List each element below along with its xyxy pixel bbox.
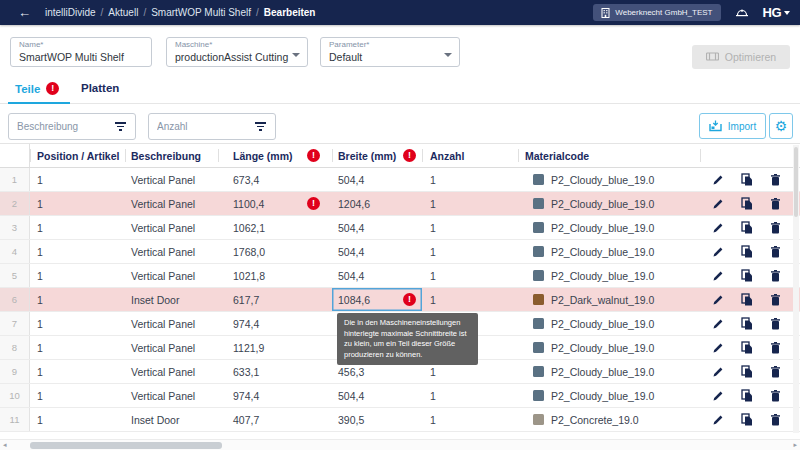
company-selector[interactable]: Weberknecht GmbH_TEST — [593, 4, 720, 21]
cell-breite[interactable]: 1204,6! — [332, 192, 422, 215]
cell-anzahl[interactable]: 1 — [422, 288, 518, 311]
table-row[interactable]: 1 1 Vertical Panel 673,4! 504,4! 1 P2_Cl… — [0, 168, 800, 192]
cell-materialcode[interactable]: P2_Cloudy_blue_19.0 — [518, 216, 700, 239]
cell-laenge[interactable]: 633,1! — [218, 360, 332, 383]
cell-materialcode[interactable]: P2_Cloudy_blue_19.0 — [518, 168, 700, 191]
name-field[interactable]: Name* — [10, 37, 152, 67]
cell-laenge[interactable]: 1062,1! — [218, 216, 332, 239]
scroll-right-arrow-icon[interactable]: ▸ — [793, 441, 797, 449]
cell-anzahl[interactable]: 1 — [422, 168, 518, 191]
cell-anzahl[interactable]: 1 — [422, 216, 518, 239]
cell-position[interactable]: 1 — [30, 384, 125, 407]
delete-icon[interactable] — [770, 342, 781, 354]
cell-materialcode[interactable]: P2_Dark_walnut_19.0 — [518, 288, 700, 311]
vertical-scrollbar[interactable] — [793, 145, 799, 433]
cell-anzahl[interactable]: 1 — [422, 192, 518, 215]
horizontal-scrollbar[interactable]: ◂ ▸ — [0, 439, 800, 450]
cell-laenge[interactable]: 1100,4! — [218, 192, 332, 215]
cell-breite[interactable]: 390,5! — [332, 408, 422, 431]
duplicate-icon[interactable] — [741, 293, 753, 306]
edit-icon[interactable] — [712, 174, 724, 186]
cell-beschreibung[interactable]: Inset Door — [125, 288, 218, 311]
beschreibung-filter[interactable] — [8, 113, 136, 140]
cell-laenge[interactable]: 617,7! — [218, 288, 332, 311]
delete-icon[interactable] — [770, 294, 781, 306]
cell-breite[interactable]: 504,4! — [332, 384, 422, 407]
cell-breite[interactable]: 504,4! — [332, 168, 422, 191]
edit-icon[interactable] — [712, 270, 724, 282]
scroll-left-arrow-icon[interactable]: ◂ — [3, 441, 7, 449]
homag-logo[interactable]: HG — [763, 5, 791, 20]
cell-laenge[interactable]: 1121,9! — [218, 336, 332, 359]
cell-laenge[interactable]: 673,4! — [218, 168, 332, 191]
edit-icon[interactable] — [712, 222, 724, 234]
cell-breite[interactable]: 504,4! — [332, 216, 422, 239]
delete-icon[interactable] — [770, 270, 781, 282]
cell-beschreibung[interactable]: Vertical Panel — [125, 360, 218, 383]
filter-icon[interactable] — [114, 120, 127, 133]
tab-teile[interactable]: Teile ! — [15, 82, 59, 95]
cell-beschreibung[interactable]: Vertical Panel — [125, 384, 218, 407]
cell-laenge[interactable]: 1768,0! — [218, 240, 332, 263]
duplicate-icon[interactable] — [741, 341, 753, 354]
cell-beschreibung[interactable]: Vertical Panel — [125, 216, 218, 239]
breite-column-warning-icon[interactable]: ! — [403, 149, 416, 162]
delete-icon[interactable] — [770, 318, 781, 330]
optimize-button[interactable]: Optimieren — [692, 45, 790, 69]
parameter-select-value[interactable] — [329, 51, 443, 63]
delete-icon[interactable] — [770, 198, 781, 210]
delete-icon[interactable] — [770, 174, 781, 186]
duplicate-icon[interactable] — [741, 245, 753, 258]
breadcrumb-aktuell[interactable]: Aktuell — [108, 7, 138, 18]
cell-breite[interactable]: 504,4! — [332, 240, 422, 263]
edit-icon[interactable] — [712, 198, 724, 210]
delete-icon[interactable] — [770, 390, 781, 402]
table-row[interactable]: 6 1 Inset Door 617,7! 1084,6! 1 P2_Dark_… — [0, 288, 800, 312]
cell-materialcode[interactable]: P2_Cloudy_blue_19.0 — [518, 192, 700, 215]
cell-materialcode[interactable]: P2_Cloudy_blue_19.0 — [518, 264, 700, 287]
table-row[interactable]: 2 1 Vertical Panel 1100,4! 1204,6! 1 P2_… — [0, 192, 800, 216]
cell-laenge[interactable]: 974,4! — [218, 312, 332, 335]
duplicate-icon[interactable] — [741, 269, 753, 282]
table-row[interactable]: 11 1 Inset Door 407,7! 390,5! 1 P2_Concr… — [0, 408, 800, 432]
cell-beschreibung[interactable]: Vertical Panel — [125, 192, 218, 215]
cell-laenge[interactable]: 974,4! — [218, 384, 332, 407]
duplicate-icon[interactable] — [741, 173, 753, 186]
cell-position[interactable]: 1 — [30, 240, 125, 263]
horizontal-scrollbar-thumb[interactable] — [30, 442, 222, 449]
cell-position[interactable]: 1 — [30, 336, 125, 359]
edit-icon[interactable] — [712, 414, 724, 426]
beschreibung-filter-input[interactable] — [9, 121, 114, 132]
cell-position[interactable]: 1 — [30, 288, 125, 311]
duplicate-icon[interactable] — [741, 413, 753, 426]
anzahl-filter[interactable] — [148, 113, 276, 140]
anzahl-filter-input[interactable] — [149, 121, 254, 132]
edit-icon[interactable] — [712, 342, 724, 354]
cell-materialcode[interactable]: P2_Cloudy_blue_19.0 — [518, 384, 700, 407]
breadcrumb-job-name[interactable]: SmartWOP Multi Shelf — [151, 7, 251, 18]
delete-icon[interactable] — [770, 414, 781, 426]
cell-anzahl[interactable]: 1 — [422, 240, 518, 263]
edit-icon[interactable] — [712, 294, 724, 306]
table-settings-button[interactable]: ⚙ — [769, 113, 793, 139]
machine-select[interactable]: Maschine* — [166, 37, 308, 67]
cell-anzahl[interactable]: 1 — [422, 408, 518, 431]
table-row[interactable]: 5 1 Vertical Panel 1021,8! 504,4! 1 P2_C… — [0, 264, 800, 288]
duplicate-icon[interactable] — [741, 389, 753, 402]
duplicate-icon[interactable] — [741, 365, 753, 378]
duplicate-icon[interactable] — [741, 221, 753, 234]
cell-position[interactable]: 1 — [30, 192, 125, 215]
cell-laenge[interactable]: 407,7! — [218, 408, 332, 431]
laenge-column-warning-icon[interactable]: ! — [307, 149, 320, 162]
table-row[interactable]: 10 1 Vertical Panel 974,4! 504,4! 1 P2_C… — [0, 384, 800, 408]
delete-icon[interactable] — [770, 222, 781, 234]
cell-position[interactable]: 1 — [30, 360, 125, 383]
cell-materialcode[interactable]: P2_Concrete_19.0 — [518, 408, 700, 431]
cell-beschreibung[interactable]: Vertical Panel — [125, 240, 218, 263]
cell-materialcode[interactable]: P2_Cloudy_blue_19.0 — [518, 360, 700, 383]
cell-beschreibung[interactable]: Inset Door — [125, 408, 218, 431]
vertical-scrollbar-thumb[interactable] — [794, 147, 798, 217]
cell-breite[interactable]: 1084,6! — [332, 288, 422, 311]
back-arrow-icon[interactable]: ← — [18, 5, 31, 20]
cell-materialcode[interactable]: P2_Cloudy_blue_19.0 — [518, 312, 700, 335]
